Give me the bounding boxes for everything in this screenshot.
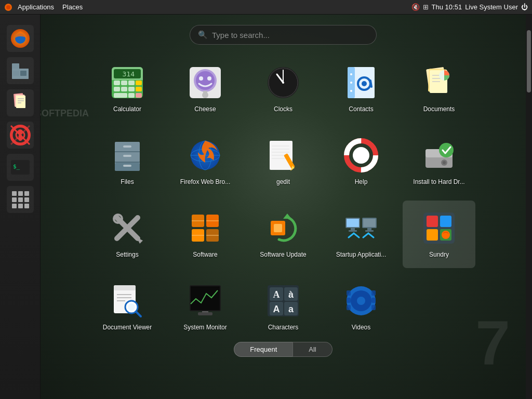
- calculator-label: Calculator: [113, 105, 141, 114]
- clock: Thu 10:51: [432, 3, 462, 11]
- app-software-update[interactable]: Software Update: [247, 201, 320, 268]
- svg-point-140: [128, 303, 135, 311]
- volume-icon[interactable]: 🔇: [411, 3, 420, 11]
- svg-rect-78: [115, 151, 140, 152]
- svg-rect-55: [203, 91, 207, 96]
- svg-rect-30: [12, 204, 17, 208]
- svg-point-103: [443, 161, 446, 164]
- svg-rect-7: [13, 71, 19, 76]
- svg-point-99: [353, 147, 369, 164]
- applications-menu[interactable]: Applications: [15, 2, 57, 12]
- svg-line-141: [136, 312, 141, 316]
- settings-label: Settings: [116, 251, 138, 259]
- sidebar-item-appgrid[interactable]: [7, 186, 34, 213]
- startup-icon: [342, 209, 380, 247]
- svg-point-157: [357, 297, 365, 305]
- svg-rect-46: [114, 93, 127, 98]
- tab-all[interactable]: All: [292, 342, 332, 357]
- gnome-icon: [4, 3, 12, 11]
- clocks-icon: [264, 64, 302, 101]
- topbar-left: Applications Places: [4, 2, 86, 12]
- svg-point-51: [196, 71, 215, 90]
- svg-text:a: a: [288, 304, 294, 314]
- svg-rect-45: [136, 87, 142, 91]
- svg-rect-26: [24, 191, 29, 196]
- firefox-label: Firefox Web Bro...: [180, 178, 230, 187]
- documents-label: Documents: [423, 105, 455, 114]
- svg-rect-127: [365, 230, 374, 232]
- app-install[interactable]: Install to Hard Dr...: [403, 128, 475, 195]
- help-label: Help: [355, 178, 368, 187]
- places-menu[interactable]: Places: [59, 2, 86, 12]
- svg-rect-143: [191, 286, 220, 310]
- svg-rect-118: [274, 224, 282, 232]
- app-docviewer[interactable]: Document Viewer: [91, 273, 164, 336]
- svg-rect-125: [363, 219, 376, 227]
- app-characters[interactable]: A à A a Characters: [247, 273, 320, 336]
- videos-label: Videos: [352, 324, 370, 332]
- sidebar-item-terminal[interactable]: $_: [7, 154, 34, 181]
- app-sysmonitor[interactable]: System Monitor: [169, 273, 242, 336]
- sidebar-item-files[interactable]: [7, 57, 34, 84]
- svg-rect-25: [18, 191, 23, 196]
- user-name[interactable]: Live System User: [465, 3, 518, 11]
- app-grid: 314 Calculator: [91, 55, 475, 336]
- sidebar-item-firefox[interactable]: [7, 25, 34, 52]
- scrollbar[interactable]: [526, 15, 532, 399]
- svg-rect-42: [114, 87, 120, 91]
- app-firefox[interactable]: Firefox Web Bro...: [169, 128, 242, 195]
- contacts-icon: [342, 64, 380, 101]
- sidebar-item-help[interactable]: [7, 122, 34, 149]
- svg-rect-38: [114, 81, 120, 85]
- search-input[interactable]: [212, 31, 368, 39]
- search-bar[interactable]: 🔍: [190, 25, 377, 45]
- svg-rect-29: [24, 197, 29, 202]
- app-gedit[interactable]: gedit: [247, 128, 320, 195]
- content-area: SOFTPEDIA 7 🔍 314: [41, 15, 526, 399]
- app-settings[interactable]: Settings: [91, 201, 164, 268]
- app-cheese[interactable]: Cheese: [169, 55, 242, 123]
- videos-icon: [342, 282, 380, 320]
- app-clocks[interactable]: Clocks: [247, 55, 320, 123]
- svg-rect-82: [123, 145, 131, 148]
- svg-rect-24: [12, 191, 17, 196]
- sidebar-item-docs[interactable]: [7, 89, 34, 116]
- app-calculator[interactable]: 314 Calculator: [91, 55, 164, 123]
- cheese-label: Cheese: [194, 105, 216, 114]
- svg-rect-129: [427, 216, 438, 227]
- app-documents[interactable]: Documents: [403, 55, 475, 123]
- svg-rect-80: [115, 162, 140, 163]
- scroll-thumb[interactable]: [527, 30, 531, 92]
- tab-frequent[interactable]: Frequent: [234, 342, 292, 357]
- documents-icon: [420, 64, 458, 101]
- gedit-icon: [264, 137, 302, 174]
- svg-point-67: [350, 82, 352, 84]
- clocks-label: Clocks: [274, 105, 292, 114]
- svg-point-53: [207, 76, 211, 81]
- svg-rect-144: [198, 312, 212, 315]
- app-help[interactable]: Help: [325, 128, 397, 195]
- main-area: $_ SOFTPEDIA 7 🔍: [0, 15, 532, 399]
- svg-text:314: 314: [123, 70, 135, 78]
- contacts-label: Contacts: [349, 105, 373, 114]
- docviewer-label: Document Viewer: [103, 324, 152, 332]
- app-videos[interactable]: Videos: [325, 273, 397, 336]
- svg-rect-48: [136, 93, 142, 98]
- svg-rect-160: [347, 305, 351, 310]
- svg-rect-31: [18, 204, 23, 208]
- app-startup[interactable]: Startup Applicati...: [325, 201, 397, 268]
- sundry-icon: [420, 209, 458, 247]
- install-label: Install to Hard Dr...: [413, 178, 464, 187]
- svg-rect-39: [121, 81, 127, 85]
- power-icon[interactable]: ⏻: [521, 3, 528, 11]
- svg-point-64: [362, 81, 367, 86]
- app-files[interactable]: Files: [91, 128, 164, 195]
- app-contacts[interactable]: Contacts: [325, 55, 397, 123]
- sidebar: $_: [0, 15, 41, 399]
- gedit-label: gedit: [276, 178, 290, 187]
- svg-rect-163: [371, 305, 376, 310]
- app-sundry[interactable]: Sundry: [403, 201, 475, 268]
- app-software[interactable]: Software: [169, 201, 242, 268]
- svg-rect-41: [136, 81, 142, 85]
- svg-point-66: [350, 73, 352, 75]
